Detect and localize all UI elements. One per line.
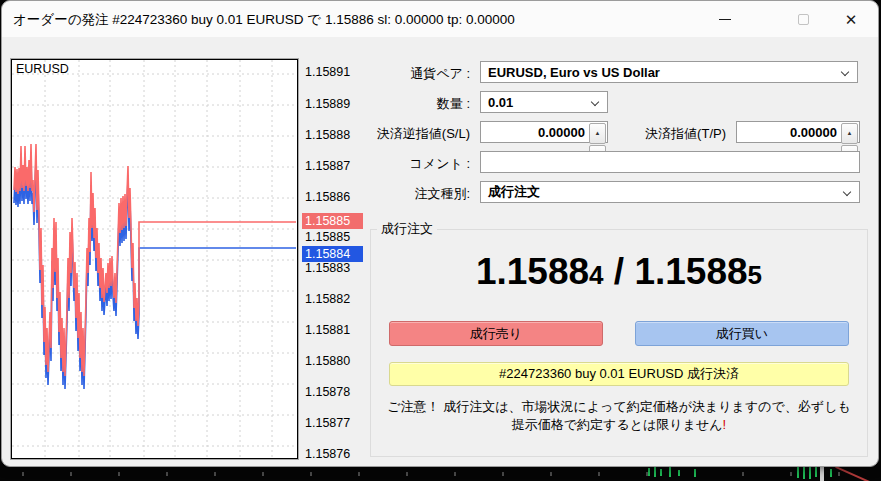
comment-label: コメント : <box>332 155 470 173</box>
tick-chart-svg <box>12 60 297 458</box>
stop-loss-spinner[interactable]: ▲ ▼ <box>589 123 606 141</box>
symbol-combobox[interactable]: EURUSD, Euro vs US Dollar <box>480 61 858 83</box>
symbol-label: 通貨ペア : <box>332 65 470 83</box>
candle-mark <box>678 470 680 476</box>
screen: オーダーの発注 #224723360 buy 0.01 EURUSD で 1.1… <box>0 0 881 481</box>
take-profit-value: 0.00000 <box>790 125 837 140</box>
bid-price: 1.1588 <box>476 251 589 292</box>
sell-by-market-button[interactable]: 成行売り <box>389 321 603 346</box>
volume-value: 0.01 <box>488 95 513 110</box>
axis-price-label: 1.15876 <box>305 447 361 461</box>
stop-loss-label: 決済逆指値(S/L) <box>332 125 470 143</box>
minimize-icon <box>719 19 731 20</box>
window-title: オーダーの発注 #224723360 buy 0.01 EURUSD で 1.1… <box>13 11 515 29</box>
chevron-down-icon <box>591 98 599 106</box>
order-type-combobox[interactable]: 成行注文 <box>480 181 860 203</box>
chart-symbol-label: EURUSD <box>16 62 69 76</box>
minimize-button[interactable] <box>702 5 748 34</box>
order-dialog-window: オーダーの発注 #224723360 buy 0.01 EURUSD で 1.1… <box>1 0 879 467</box>
buy-by-market-button[interactable]: 成行買い <box>635 321 849 346</box>
volume-label: 数量 : <box>332 95 470 113</box>
background-scroll-line <box>820 466 824 481</box>
candle-mark <box>669 467 671 477</box>
close-position-button[interactable]: #224723360 buy 0.01 EURUSD 成行決済 <box>389 362 849 386</box>
candle-mark <box>797 466 799 478</box>
order-type-value: 成行注文 <box>488 183 540 201</box>
market-order-notice: ご注意！ 成行注文は、市場状況によって約定価格が決まりますので、必ずしも 提示価… <box>374 398 864 434</box>
ask-price: 1.1588 <box>634 251 747 292</box>
volume-combobox[interactable]: 0.01 <box>480 91 608 113</box>
candle-mark <box>660 469 662 476</box>
candle-mark <box>809 465 811 479</box>
candle-mark <box>654 466 656 477</box>
tick-chart[interactable]: EURUSD <box>11 59 298 459</box>
axis-price-label: 1.15878 <box>305 385 361 399</box>
notice-line1: ご注意！ 成行注文は、市場状況によって約定価格が決まりますので、必ずしも <box>387 399 851 414</box>
take-profit-label: 決済指値(T/P) <box>614 125 726 143</box>
spin-up-icon[interactable]: ▲ <box>589 123 606 144</box>
notice-exclamation: ! <box>723 417 727 432</box>
axis-price-label: 1.15885 <box>305 230 361 244</box>
candle-mark <box>815 467 817 477</box>
axis-price-label: 1.15880 <box>305 354 361 368</box>
candle-mark <box>830 469 832 477</box>
take-profit-spinner[interactable]: ▲ ▼ <box>841 123 858 141</box>
order-type-label: 注文種別: <box>332 185 470 203</box>
candle-mark <box>694 469 696 477</box>
symbol-value: EURUSD, Euro vs US Dollar <box>488 65 660 80</box>
bid-price-tag: 1.15884 <box>302 246 363 262</box>
axis-price-label: 1.15882 <box>305 292 361 306</box>
notice-line2: 提示価格で約定するとは限りません <box>512 417 723 432</box>
maximize-button[interactable] <box>780 5 826 34</box>
stop-loss-value: 0.00000 <box>538 125 585 140</box>
close-icon: ✕ <box>845 12 858 27</box>
ask-price-last-digit: 5 <box>748 260 762 290</box>
candle-mark <box>648 468 650 476</box>
axis-price-label: 1.15883 <box>305 261 361 275</box>
axis-price-label: 1.15877 <box>305 416 361 430</box>
stop-loss-input[interactable]: 0.00000 ▲ ▼ <box>480 121 608 143</box>
maximize-icon <box>798 14 809 25</box>
close-button[interactable]: ✕ <box>828 5 874 34</box>
chevron-down-icon <box>843 188 851 196</box>
take-profit-input[interactable]: 0.00000 ▲ ▼ <box>736 121 860 143</box>
background-time-axis <box>0 472 881 476</box>
tick-chart-panel: EURUSD <box>10 58 299 460</box>
ask-price-tag: 1.15885 <box>302 213 363 229</box>
market-order-group-title: 成行注文 <box>377 220 437 238</box>
spin-up-icon[interactable]: ▲ <box>841 123 858 144</box>
chevron-down-icon <box>841 68 849 76</box>
bid-price-last-digit: 4 <box>589 260 603 290</box>
comment-input[interactable] <box>480 151 860 173</box>
axis-price-label: 1.15881 <box>305 323 361 337</box>
quote-separator: / <box>604 251 635 292</box>
bid-ask-quote: 1.15884 / 1.15885 <box>370 251 868 293</box>
titlebar[interactable]: オーダーの発注 #224723360 buy 0.01 EURUSD で 1.1… <box>2 1 878 37</box>
